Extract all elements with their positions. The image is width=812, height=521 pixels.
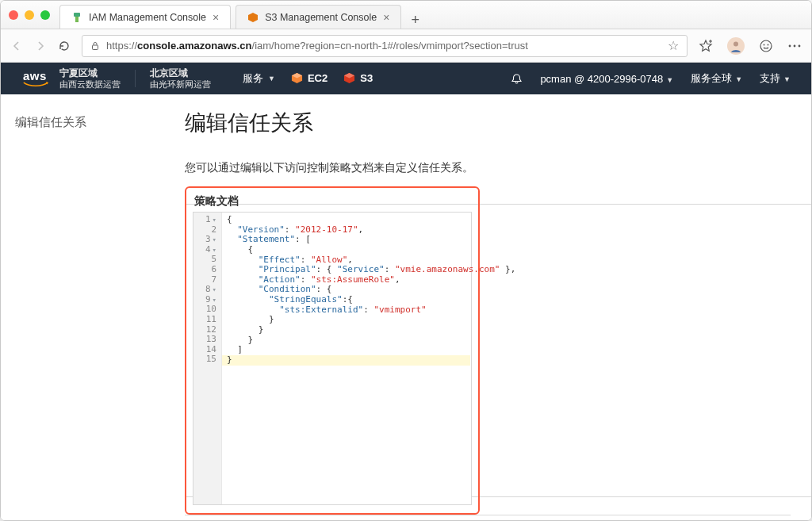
- editor-code[interactable]: { "Version": "2012-10-17", "Statement": …: [222, 213, 471, 368]
- button-bar: 取消 更新信任策略: [185, 515, 791, 520]
- policy-highlight-box: 策略文档 1▾ 2 3▾ 4▾ 5 6 7 8▾ 9▾ 10: [185, 186, 480, 515]
- region-ningxia[interactable]: 宁夏区域 由西云数据运营: [56, 68, 124, 89]
- tab-title: IAM Management Console: [89, 12, 206, 23]
- nav-services[interactable]: 服务▼: [243, 71, 275, 86]
- browser-tab-iam[interactable]: IAM Management Console ×: [59, 5, 231, 29]
- region-beijing[interactable]: 北京区域 由光环新网运营: [147, 68, 214, 89]
- svg-rect-0: [74, 13, 80, 17]
- svg-point-7: [768, 44, 769, 45]
- address-bar[interactable]: https://console.amazonaws.cn/iam/home?re…: [82, 35, 688, 57]
- svg-point-10: [799, 44, 801, 47]
- svg-point-5: [760, 40, 772, 52]
- policy-label: 策略文档: [194, 194, 472, 209]
- sidebar: 编辑信任关系: [1, 94, 177, 520]
- window-close-button[interactable]: [9, 10, 18, 20]
- header-notification-icon[interactable]: [511, 73, 523, 85]
- browser-tab-s3[interactable]: S3 Management Console ×: [236, 5, 401, 29]
- s3-icon: [343, 72, 355, 84]
- more-icon[interactable]: [787, 44, 802, 48]
- nav-s3[interactable]: S3: [343, 72, 373, 84]
- editor-gutter: 1▾ 2 3▾ 4▾ 5 6 7 8▾ 9▾ 10 11 12: [193, 213, 222, 504]
- back-button[interactable]: [10, 40, 23, 52]
- forward-button[interactable]: [34, 40, 47, 52]
- browser-toolbar: https://console.amazonaws.cn/iam/home?re…: [1, 29, 811, 63]
- svg-rect-1: [75, 17, 79, 22]
- aws-header: aws 宁夏区域 由西云数据运营 北京区域 由光环新网运营 服务▼ EC2: [1, 63, 811, 94]
- new-tab-button[interactable]: +: [406, 12, 424, 29]
- page-title: 编辑信任关系: [185, 109, 791, 137]
- svg-point-6: [764, 44, 765, 45]
- close-icon[interactable]: ×: [213, 12, 219, 23]
- lock-icon: [90, 41, 100, 51]
- nav-ec2[interactable]: EC2: [291, 72, 327, 84]
- svg-point-4: [733, 41, 738, 46]
- profile-avatar[interactable]: [727, 37, 745, 55]
- feedback-icon[interactable]: [759, 39, 773, 53]
- refresh-button[interactable]: [58, 40, 71, 52]
- close-icon[interactable]: ×: [383, 12, 389, 23]
- main-content: 编辑信任关系 您可以通过编辑以下访问控制策略文档来自定义信任关系。 策略文档 1…: [177, 94, 811, 520]
- browser-tabs: IAM Management Console × S3 Management C…: [59, 1, 424, 29]
- sidebar-title: 编辑信任关系: [15, 115, 163, 130]
- page-description: 您可以通过编辑以下访问控制策略文档来自定义信任关系。: [185, 161, 791, 175]
- aws-logo[interactable]: aws: [23, 70, 48, 87]
- window-minimize-button[interactable]: [25, 10, 34, 20]
- tab-title: S3 Management Console: [265, 12, 377, 23]
- favicon-iam-icon: [71, 12, 82, 23]
- policy-editor[interactable]: 1▾ 2 3▾ 4▾ 5 6 7 8▾ 9▾ 10 11 12: [193, 212, 472, 505]
- svg-point-9: [794, 44, 796, 47]
- svg-rect-3: [93, 45, 98, 50]
- ec2-icon: [291, 72, 303, 84]
- svg-marker-2: [248, 13, 258, 22]
- header-support[interactable]: 支持▼: [760, 71, 791, 86]
- window-maximize-button[interactable]: [40, 10, 50, 20]
- bookmark-star-icon[interactable]: ☆: [668, 38, 679, 53]
- url-text: https://console.amazonaws.cn/iam/home?re…: [106, 40, 528, 52]
- favorites-icon[interactable]: [699, 39, 713, 53]
- favicon-s3-icon: [247, 12, 259, 23]
- header-account[interactable]: pcman @ 4200-2996-0748▼: [540, 73, 673, 85]
- browser-titlebar: IAM Management Console × S3 Management C…: [1, 1, 811, 29]
- svg-point-8: [789, 44, 791, 47]
- header-global[interactable]: 服务全球▼: [691, 71, 742, 86]
